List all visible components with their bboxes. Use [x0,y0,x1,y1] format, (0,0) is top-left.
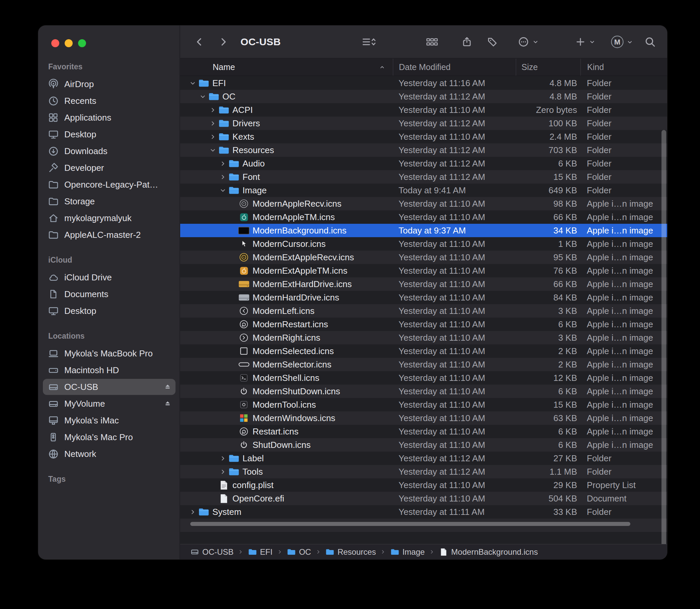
disclosure-chevron-icon[interactable] [208,147,217,153]
sidebar-item-downloads[interactable]: Downloads [43,143,175,159]
sidebar-item-documents[interactable]: Documents [43,286,175,302]
table-row[interactable]: ModernTool.icnsYesterday at 11:10 AM15 K… [180,398,667,411]
table-row[interactable]: OCYesterday at 11:12 AM4.8 MBFolder [180,90,667,103]
sidebar-item-applealc-master-2[interactable]: AppleALC-master-2 [43,227,175,243]
table-row[interactable]: ModernShutDown.icnsYesterday at 11:10 AM… [180,385,667,398]
sidebar-item-mykola-s-macbook-pro[interactable]: Mykola’s MacBook Pro [43,345,175,362]
sidebar-item-macintosh-hd[interactable]: Macintosh HD [43,362,175,378]
breadcrumb-item[interactable]: OC [287,547,311,557]
disclosure-chevron-icon[interactable] [218,160,227,167]
disclosure-chevron-icon[interactable] [208,107,217,113]
sidebar-item-mykola-s-imac[interactable]: Mykola’s iMac [43,412,175,429]
column-header-size[interactable]: Size [516,58,580,76]
table-row[interactable]: config.plistYesterday at 11:10 AM29 KBPr… [180,478,667,492]
group-by-button[interactable] [426,36,438,48]
table-row[interactable]: ModernShell.icnsYesterday at 11:10 AM12 … [180,371,667,385]
file-name-cell: ACPI [180,103,393,117]
table-row[interactable]: ModernWindows.icnsYesterday at 11:10 AM6… [180,411,667,425]
table-row[interactable]: Restart.icnsYesterday at 11:10 AM6 KBApp… [180,425,667,438]
sidebar-item-mykola-s-mac-pro[interactable]: Mykola’s Mac Pro [43,429,175,445]
table-row[interactable]: LabelYesterday at 11:12 AM27 KBFolder [180,452,667,465]
vertical-scrollbar[interactable] [662,130,666,559]
sidebar-item-airdrop[interactable]: AirDrop [43,76,175,92]
disclosure-chevron-icon[interactable] [218,469,227,475]
table-row[interactable]: ModernSelector.icnsYesterday at 11:10 AM… [180,358,667,371]
table-row[interactable]: ModernRestart.icnsYesterday at 11:10 AM6… [180,317,667,331]
breadcrumb-item[interactable]: Resources [326,547,376,557]
sidebar-item-network[interactable]: Network [43,446,175,462]
eject-icon[interactable] [163,399,172,408]
view-mode-button[interactable] [362,36,377,48]
table-row[interactable]: ModernHardDrive.icnsYesterday at 11:10 A… [180,291,667,304]
table-row[interactable]: ModernExtAppleTM.icnsYesterday at 11:10 … [180,264,667,277]
window-controls [51,39,86,47]
sidebar-item-recents[interactable]: Recents [43,93,175,109]
breadcrumb-item[interactable]: OC-USB [190,547,233,557]
breadcrumb-item[interactable]: ModernBackground.icns [439,547,538,557]
disclosure-chevron-icon[interactable] [218,187,227,194]
minimize-button[interactable] [65,39,73,47]
forward-button[interactable] [218,36,229,47]
table-row[interactable]: ModernRight.icnsYesterday at 11:10 AM3 K… [180,331,667,344]
table-row[interactable]: ModernAppleRecv.icnsYesterday at 11:10 A… [180,197,667,210]
column-header-kind[interactable]: Kind [580,58,667,76]
sidebar-item-oc-usb[interactable]: OC-USB [43,379,175,395]
folder-icon [248,547,257,556]
sidebar-item-storage[interactable]: Storage [43,193,175,209]
sidebar-item-mykolagrymalyuk[interactable]: mykolagrymalyuk [43,210,175,226]
disclosure-chevron-icon[interactable] [188,80,197,86]
table-row[interactable]: DriversYesterday at 11:12 AM100 KBFolder [180,117,667,130]
table-row[interactable]: EFIYesterday at 11:16 AM4.8 MBFolder [180,76,667,90]
zoom-button[interactable] [78,39,86,47]
disclosure-chevron-icon[interactable] [208,134,217,140]
table-row[interactable]: ResourcesYesterday at 11:12 AM703 KBFold… [180,143,667,157]
more-actions-button[interactable] [518,36,539,48]
search-button[interactable] [644,36,656,48]
eject-icon[interactable] [163,383,172,392]
table-row[interactable]: ModernAppleTM.icnsYesterday at 11:10 AM6… [180,210,667,224]
disclosure-chevron-icon[interactable] [218,174,227,180]
table-row[interactable]: ModernSelected.icnsYesterday at 11:10 AM… [180,344,667,358]
table-row[interactable]: ModernExtAppleRecv.icnsYesterday at 11:1… [180,250,667,264]
share-button[interactable] [461,36,473,48]
sidebar: FavoritesAirDropRecentsApplicationsDeskt… [38,25,180,559]
horizontal-scrollbar[interactable] [190,522,630,526]
table-row[interactable]: ShutDown.icnsYesterday at 11:10 AM6 KBAp… [180,438,667,452]
sidebar-item-applications[interactable]: Applications [43,109,175,126]
table-row[interactable]: ModernCursor.icnsYesterday at 11:10 AM1 … [180,237,667,250]
table-row[interactable]: ModernBackground.icnsToday at 9:37 AM34 … [180,224,667,237]
sidebar-item-icloud-drive[interactable]: iCloud Drive [43,269,175,285]
sidebar-item-myvolume[interactable]: MyVolume [43,396,175,412]
table-row[interactable]: SystemYesterday at 11:11 AM33 KBFolder [180,505,667,519]
file-kind: Folder [580,507,667,517]
disclosure-chevron-icon[interactable] [208,120,217,127]
back-button[interactable] [194,36,205,47]
account-button[interactable]: M [611,36,634,48]
date-modified: Yesterday at 11:10 AM [393,413,516,423]
date-modified: Yesterday at 11:12 AM [393,91,516,102]
breadcrumb-item[interactable]: EFI [248,547,272,557]
table-row[interactable]: ImageToday at 9:41 AM649 KBFolder [180,184,667,197]
sidebar-item-desktop[interactable]: Desktop [43,303,175,319]
tag-button[interactable] [487,36,498,48]
sidebar-item-developer[interactable]: Developer [43,160,175,176]
breadcrumb-item[interactable]: Image [390,547,425,557]
table-row[interactable]: OpenCore.efiYesterday at 11:10 AM504 KBD… [180,492,667,505]
sidebar-item-opencore-legacy-pat[interactable]: Opencore-Legacy-Pat… [43,176,175,193]
table-row[interactable]: ModernLeft.icnsYesterday at 11:10 AM3 KB… [180,304,667,317]
recv-yellow-icon [237,253,250,262]
add-button[interactable] [575,36,596,47]
disclosure-chevron-icon[interactable] [218,455,227,462]
disclosure-chevron-icon[interactable] [188,509,197,515]
table-row[interactable]: FontYesterday at 11:12 AM15 KBFolder [180,170,667,184]
disclosure-chevron-icon[interactable] [198,93,207,100]
table-row[interactable]: ModernExtHardDrive.icnsYesterday at 11:1… [180,277,667,291]
column-header-name[interactable]: Name [180,58,393,76]
close-button[interactable] [51,39,59,47]
table-row[interactable]: AudioYesterday at 11:12 AM6 KBFolder [180,157,667,170]
table-row[interactable]: ACPIYesterday at 11:10 AMZero bytesFolde… [180,103,667,117]
column-header-date-modified[interactable]: Date Modified [393,58,516,76]
table-row[interactable]: ToolsYesterday at 11:12 AM1.1 MBFolder [180,465,667,478]
sidebar-item-desktop[interactable]: Desktop [43,126,175,142]
table-row[interactable]: KextsYesterday at 11:10 AM2.4 MBFolder [180,130,667,143]
